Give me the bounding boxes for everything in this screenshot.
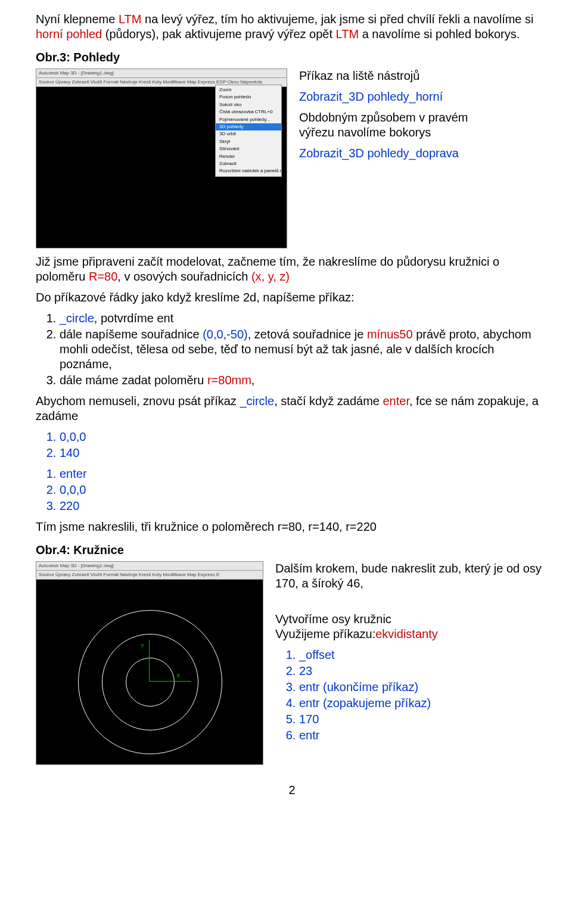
obr4-li1: _offset bbox=[299, 648, 548, 662]
obr3-line2: Obdobným způsobem v pravém výřezu navolí… bbox=[299, 110, 548, 140]
obr4-heading: Obr.4: Kružnice bbox=[36, 543, 548, 558]
obr4-p3: Využijeme příkazu:ekvidistanty bbox=[275, 627, 548, 642]
obr4-li4: entr (zopakujeme příkaz) bbox=[299, 696, 548, 711]
screenshot-obr3: Autodesk Map 3D - [Drawing1.dwg] Soubor … bbox=[36, 69, 287, 248]
axis-y-label: Y bbox=[141, 643, 144, 649]
obr3-cmd2: Zobrazit_3D pohledy_doprava bbox=[299, 146, 548, 161]
obr3-heading: Obr.3: Pohledy bbox=[36, 50, 548, 65]
obr4-menubar: Soubor Úpravy Zobrazit Vložit Formát Nás… bbox=[36, 571, 263, 580]
window-titlebar: Autodesk Map 3D - [Drawing1.dwg] bbox=[36, 69, 287, 78]
obr4-viewport: X Y bbox=[36, 580, 263, 764]
listB-1: 0,0,0 bbox=[60, 483, 548, 497]
repeat-para: Abychom nemuseli, znovu psát příkaz _cir… bbox=[36, 394, 548, 424]
listB-2: 220 bbox=[60, 499, 548, 514]
step-2: dále napíšeme souřadnice (0,0,-50), zeto… bbox=[60, 327, 548, 372]
zobrazit-menu: Zoom Posun pohledu Sokolí oko Čistá obra… bbox=[215, 85, 282, 177]
step-1: _circle, potvrdíme ent bbox=[60, 311, 548, 326]
repeat-list-a: 0,0,0 140 bbox=[60, 430, 548, 461]
obr4-li3: entr (ukončíme příkaz) bbox=[299, 680, 548, 695]
axis-x-label: X bbox=[176, 673, 180, 679]
axis-y bbox=[149, 640, 150, 682]
obr4-p1: Dalším krokem, bude nakreslit zub, který… bbox=[275, 561, 548, 591]
obr4-row: Autodesk Map 3D - [Drawing1.dwg] Soubor … bbox=[36, 561, 548, 765]
listA-0: 0,0,0 bbox=[60, 430, 548, 444]
repeat-list-b: enter 0,0,0 220 bbox=[60, 466, 548, 514]
obr3-cmd1: Zobrazit_3D pohledy_horní bbox=[299, 89, 548, 104]
obr4-li2: 23 bbox=[299, 664, 548, 679]
circles-drawing: X Y bbox=[41, 603, 258, 760]
intro-paragraph: Nyní klepneme LTM na levý výřez, tím ho … bbox=[36, 12, 548, 42]
model-p1: Již jsme připraveni začít modelovat, zač… bbox=[36, 254, 548, 284]
step-3: dále máme zadat poloměru r=80mm, bbox=[60, 373, 548, 388]
listB-0: enter bbox=[60, 466, 548, 481]
summary: Tím jsme nakreslili, tři kružnice o polo… bbox=[36, 519, 548, 534]
obr4-li5: 170 bbox=[299, 712, 548, 727]
model-p2: Do příkazové řádky jako když kreslíme 2d… bbox=[36, 290, 548, 305]
obr4-text: Dalším krokem, bude nakreslit zub, který… bbox=[275, 561, 548, 749]
screenshot-obr4: Autodesk Map 3D - [Drawing1.dwg] Soubor … bbox=[36, 561, 263, 765]
circle-r80 bbox=[126, 658, 175, 707]
obr3-text: Příkaz na liště nástrojů Zobrazit_3D poh… bbox=[299, 69, 548, 167]
obr4-steps: _offset 23 entr (ukončíme příkaz) entr (… bbox=[299, 648, 548, 743]
obr3-line1: Příkaz na liště nástrojů bbox=[299, 69, 548, 83]
model-steps: _circle, potvrdíme ent dále napíšeme sou… bbox=[60, 311, 548, 388]
listA-1: 140 bbox=[60, 446, 548, 461]
obr4-p2: Vytvoříme osy kružnic bbox=[275, 612, 548, 627]
axis-x bbox=[150, 681, 191, 682]
page-number: 2 bbox=[36, 783, 548, 798]
obr3-row: Autodesk Map 3D - [Drawing1.dwg] Soubor … bbox=[36, 69, 548, 248]
obr4-titlebar: Autodesk Map 3D - [Drawing1.dwg] bbox=[36, 562, 263, 571]
obr4-li6: entr bbox=[299, 728, 548, 743]
